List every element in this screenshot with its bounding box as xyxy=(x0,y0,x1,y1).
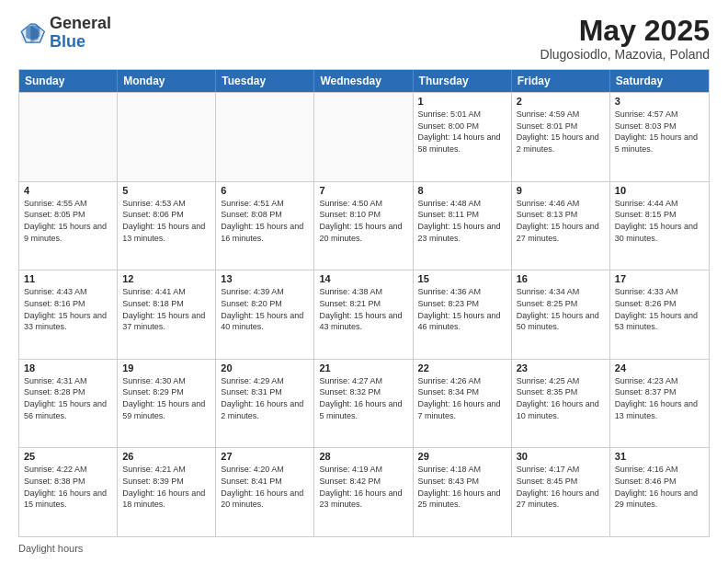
day-number: 19 xyxy=(122,362,210,373)
day-number: 8 xyxy=(418,185,506,196)
calendar-body: 1Sunrise: 5:01 AMSunset: 8:00 PMDaylight… xyxy=(19,92,709,536)
cal-cell-day-25: 25Sunrise: 4:22 AMSunset: 8:38 PMDayligh… xyxy=(19,448,118,536)
subtitle: Dlugosiodlo, Mazovia, Poland xyxy=(540,47,710,62)
cal-week-2: 4Sunrise: 4:55 AMSunset: 8:05 PMDaylight… xyxy=(19,181,709,270)
day-info: Sunrise: 4:29 AMSunset: 8:31 PMDaylight:… xyxy=(221,375,309,421)
day-number: 7 xyxy=(319,185,407,196)
cal-cell-day-30: 30Sunrise: 4:17 AMSunset: 8:45 PMDayligh… xyxy=(512,448,610,536)
cal-cell-day-11: 11Sunrise: 4:43 AMSunset: 8:16 PMDayligh… xyxy=(19,270,118,359)
day-info: Sunrise: 4:33 AMSunset: 8:26 PMDaylight:… xyxy=(615,286,704,332)
day-number: 2 xyxy=(517,96,605,107)
cal-week-4: 18Sunrise: 4:31 AMSunset: 8:28 PMDayligh… xyxy=(19,359,709,448)
day-number: 12 xyxy=(122,273,210,284)
day-info: Sunrise: 4:57 AMSunset: 8:03 PMDaylight:… xyxy=(615,109,704,155)
cal-cell-day-23: 23Sunrise: 4:25 AMSunset: 8:35 PMDayligh… xyxy=(512,360,610,448)
logo-general-text: General xyxy=(50,14,111,32)
cal-cell-day-9: 9Sunrise: 4:46 AMSunset: 8:13 PMDaylight… xyxy=(512,182,610,270)
day-number: 29 xyxy=(418,451,506,462)
cal-cell-day-17: 17Sunrise: 4:33 AMSunset: 8:26 PMDayligh… xyxy=(610,270,709,359)
day-number: 5 xyxy=(122,185,210,196)
cal-header-wednesday: Wednesday xyxy=(314,70,413,92)
day-info: Sunrise: 4:39 AMSunset: 8:20 PMDaylight:… xyxy=(221,286,309,332)
day-info: Sunrise: 4:38 AMSunset: 8:21 PMDaylight:… xyxy=(319,286,407,332)
day-number: 11 xyxy=(24,273,112,284)
footer: Daylight hours xyxy=(18,543,710,554)
cal-cell-day-2: 2Sunrise: 4:59 AMSunset: 8:01 PMDaylight… xyxy=(512,93,610,181)
cal-week-1: 1Sunrise: 5:01 AMSunset: 8:00 PMDaylight… xyxy=(19,92,709,181)
day-number: 28 xyxy=(319,451,407,462)
cal-cell-day-10: 10Sunrise: 4:44 AMSunset: 8:15 PMDayligh… xyxy=(610,182,709,270)
day-info: Sunrise: 4:55 AMSunset: 8:05 PMDaylight:… xyxy=(24,198,112,244)
calendar: SundayMondayTuesdayWednesdayThursdayFrid… xyxy=(18,69,710,537)
day-number: 22 xyxy=(418,362,506,373)
cal-header-sunday: Sunday xyxy=(19,70,118,92)
day-info: Sunrise: 5:01 AMSunset: 8:00 PMDaylight:… xyxy=(418,109,506,155)
day-info: Sunrise: 4:21 AMSunset: 8:39 PMDaylight:… xyxy=(122,464,210,510)
header: General Blue May 2025 Dlugosiodlo, Mazov… xyxy=(18,15,710,62)
day-number: 17 xyxy=(615,273,704,284)
day-number: 6 xyxy=(221,185,309,196)
day-info: Sunrise: 4:30 AMSunset: 8:29 PMDaylight:… xyxy=(122,375,210,421)
day-info: Sunrise: 4:43 AMSunset: 8:16 PMDaylight:… xyxy=(24,286,112,332)
cal-cell-day-18: 18Sunrise: 4:31 AMSunset: 8:28 PMDayligh… xyxy=(19,360,118,448)
day-info: Sunrise: 4:23 AMSunset: 8:37 PMDaylight:… xyxy=(615,375,704,421)
cal-cell-day-19: 19Sunrise: 4:30 AMSunset: 8:29 PMDayligh… xyxy=(118,360,216,448)
day-number: 24 xyxy=(615,362,704,373)
day-number: 10 xyxy=(615,185,704,196)
cal-cell-day-3: 3Sunrise: 4:57 AMSunset: 8:03 PMDaylight… xyxy=(610,93,709,181)
day-info: Sunrise: 4:17 AMSunset: 8:45 PMDaylight:… xyxy=(517,464,605,510)
cal-header-friday: Friday xyxy=(512,70,610,92)
cal-cell-day-26: 26Sunrise: 4:21 AMSunset: 8:39 PMDayligh… xyxy=(118,448,216,536)
day-info: Sunrise: 4:53 AMSunset: 8:06 PMDaylight:… xyxy=(122,198,210,244)
day-number: 3 xyxy=(615,96,704,107)
cal-cell-day-8: 8Sunrise: 4:48 AMSunset: 8:11 PMDaylight… xyxy=(414,182,512,270)
day-info: Sunrise: 4:50 AMSunset: 8:10 PMDaylight:… xyxy=(319,198,407,244)
cal-cell-day-7: 7Sunrise: 4:50 AMSunset: 8:10 PMDaylight… xyxy=(314,182,413,270)
cal-cell-day-31: 31Sunrise: 4:16 AMSunset: 8:46 PMDayligh… xyxy=(610,448,709,536)
day-info: Sunrise: 4:44 AMSunset: 8:15 PMDaylight:… xyxy=(615,198,704,244)
cal-cell-day-12: 12Sunrise: 4:41 AMSunset: 8:18 PMDayligh… xyxy=(118,270,216,359)
cal-cell-day-29: 29Sunrise: 4:18 AMSunset: 8:43 PMDayligh… xyxy=(414,448,512,536)
day-info: Sunrise: 4:59 AMSunset: 8:01 PMDaylight:… xyxy=(517,109,605,155)
day-number: 26 xyxy=(122,451,210,462)
logo-icon xyxy=(18,19,46,47)
main-title: May 2025 xyxy=(540,15,710,47)
day-number: 4 xyxy=(24,185,112,196)
cal-cell-day-5: 5Sunrise: 4:53 AMSunset: 8:06 PMDaylight… xyxy=(118,182,216,270)
cal-cell-day-14: 14Sunrise: 4:38 AMSunset: 8:21 PMDayligh… xyxy=(314,270,413,359)
day-number: 18 xyxy=(24,362,112,373)
cal-cell-empty xyxy=(314,93,413,181)
cal-cell-day-4: 4Sunrise: 4:55 AMSunset: 8:05 PMDaylight… xyxy=(19,182,118,270)
day-info: Sunrise: 4:36 AMSunset: 8:23 PMDaylight:… xyxy=(418,286,506,332)
cal-cell-day-27: 27Sunrise: 4:20 AMSunset: 8:41 PMDayligh… xyxy=(216,448,314,536)
cal-cell-day-13: 13Sunrise: 4:39 AMSunset: 8:20 PMDayligh… xyxy=(216,270,314,359)
day-info: Sunrise: 4:19 AMSunset: 8:42 PMDaylight:… xyxy=(319,464,407,510)
title-block: May 2025 Dlugosiodlo, Mazovia, Poland xyxy=(540,15,710,62)
page: General Blue May 2025 Dlugosiodlo, Mazov… xyxy=(0,0,728,563)
calendar-header-row: SundayMondayTuesdayWednesdayThursdayFrid… xyxy=(19,70,709,92)
cal-header-saturday: Saturday xyxy=(610,70,709,92)
day-info: Sunrise: 4:51 AMSunset: 8:08 PMDaylight:… xyxy=(221,198,309,244)
day-number: 25 xyxy=(24,451,112,462)
day-number: 30 xyxy=(517,451,605,462)
cal-cell-day-24: 24Sunrise: 4:23 AMSunset: 8:37 PMDayligh… xyxy=(610,360,709,448)
day-number: 27 xyxy=(221,451,309,462)
day-number: 31 xyxy=(615,451,704,462)
day-info: Sunrise: 4:31 AMSunset: 8:28 PMDaylight:… xyxy=(24,375,112,421)
cal-cell-day-6: 6Sunrise: 4:51 AMSunset: 8:08 PMDaylight… xyxy=(216,182,314,270)
day-number: 9 xyxy=(517,185,605,196)
day-info: Sunrise: 4:27 AMSunset: 8:32 PMDaylight:… xyxy=(319,375,407,421)
logo-blue-text: Blue xyxy=(50,32,85,51)
cal-cell-day-22: 22Sunrise: 4:26 AMSunset: 8:34 PMDayligh… xyxy=(414,360,512,448)
cal-cell-empty xyxy=(118,93,216,181)
day-info: Sunrise: 4:48 AMSunset: 8:11 PMDaylight:… xyxy=(418,198,506,244)
day-number: 1 xyxy=(418,96,506,107)
logo-text: General Blue xyxy=(50,15,111,52)
day-info: Sunrise: 4:26 AMSunset: 8:34 PMDaylight:… xyxy=(418,375,506,421)
day-info: Sunrise: 4:18 AMSunset: 8:43 PMDaylight:… xyxy=(418,464,506,510)
cal-header-monday: Monday xyxy=(118,70,216,92)
cal-week-3: 11Sunrise: 4:43 AMSunset: 8:16 PMDayligh… xyxy=(19,270,709,359)
logo: General Blue xyxy=(18,15,111,52)
cal-cell-empty xyxy=(19,93,118,181)
cal-cell-day-16: 16Sunrise: 4:34 AMSunset: 8:25 PMDayligh… xyxy=(512,270,610,359)
